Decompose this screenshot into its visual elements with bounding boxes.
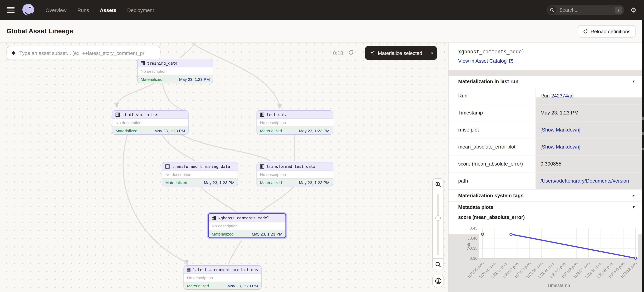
x-axis-label: Timestamp bbox=[547, 283, 570, 288]
download-icon bbox=[435, 277, 441, 284]
asset-node-training-data[interactable]: training_data No description Materialize… bbox=[137, 59, 213, 83]
asset-subset-filter[interactable] bbox=[6, 46, 160, 60]
search-input[interactable] bbox=[560, 7, 606, 13]
asset-timestamp[interactable]: May 23, 1:23 PM bbox=[299, 128, 330, 133]
page-header: Global Asset Lineage Reload definitions bbox=[0, 20, 644, 43]
show-markdown-link[interactable]: [Show Markdown] bbox=[540, 144, 580, 150]
asset-details-panel: xgboost_comments_model View in Asset Cat… bbox=[448, 43, 642, 292]
table-icon bbox=[260, 164, 264, 168]
asset-name: transformed_training_data bbox=[172, 164, 230, 168]
asset-description: No description bbox=[162, 171, 238, 178]
row-label: mean_absolute_error plot bbox=[448, 138, 536, 155]
row-label: Timestamp bbox=[448, 104, 536, 121]
materialize-selected-label: Materialize selected bbox=[378, 50, 422, 56]
asset-timestamp[interactable]: May 23, 1:23 PM bbox=[154, 128, 185, 133]
table-row-run: Run Run242374ad bbox=[448, 87, 642, 104]
dagster-logo-icon[interactable] bbox=[21, 3, 36, 18]
global-search[interactable]: / bbox=[547, 5, 624, 15]
asset-description: No description bbox=[257, 171, 332, 178]
nav-item-runs[interactable]: Runs bbox=[77, 7, 89, 13]
asset-timestamp[interactable]: May 23, 1:23 PM bbox=[227, 283, 258, 288]
asset-timestamp[interactable]: May 23, 1:23 PM bbox=[299, 180, 330, 185]
collapse-caret-icon[interactable]: ▾ bbox=[632, 79, 635, 84]
asset-node-transformed-test-data[interactable]: transformed_test_data No description Mat… bbox=[256, 162, 333, 186]
search-icon bbox=[548, 6, 556, 14]
zoom-out-icon bbox=[435, 261, 441, 267]
zoom-in-icon bbox=[435, 181, 441, 187]
nav-item-deployment[interactable]: Deployment bbox=[127, 7, 154, 13]
reload-definitions-button[interactable]: Reload definitions bbox=[578, 25, 636, 38]
materialize-selected-button[interactable]: Materialize selected ▾ bbox=[365, 46, 437, 60]
asset-description: No description bbox=[112, 119, 188, 126]
asset-name: latest_…_comment_predictions bbox=[193, 267, 258, 272]
asset-timestamp[interactable]: May 23, 1:23 PM bbox=[204, 180, 234, 185]
asset-status: Materialized bbox=[212, 231, 234, 236]
zoom-in-button[interactable] bbox=[433, 179, 444, 190]
asset-name: training_data bbox=[147, 61, 178, 65]
table-row-score: score (mean_absolute_error) 0.300855 bbox=[448, 155, 642, 172]
row-label: Run bbox=[448, 87, 536, 104]
section-materialization-last-run[interactable]: Materialization in last run ▾ bbox=[448, 76, 642, 87]
asset-timestamp[interactable]: May 23, 1:23 PM bbox=[252, 231, 282, 236]
top-nav: Overview Runs Assets Deployment / ⚙ bbox=[0, 0, 644, 20]
asset-description: No description bbox=[257, 119, 332, 126]
nav-links: Overview Runs Assets Deployment bbox=[46, 7, 154, 13]
show-markdown-link[interactable]: [Show Markdown] bbox=[540, 127, 580, 133]
run-id-link[interactable]: 242374ad bbox=[551, 93, 574, 99]
external-link-icon bbox=[508, 59, 513, 63]
section-materialization-system-tags[interactable]: Materialization system tags ▸ bbox=[448, 189, 642, 201]
zoom-slider-track[interactable] bbox=[437, 194, 439, 255]
section-label: Materialization in last run bbox=[458, 79, 518, 84]
expand-caret-icon[interactable]: ▸ bbox=[632, 193, 635, 198]
data-point bbox=[634, 257, 637, 259]
zoom-out-button[interactable] bbox=[433, 258, 444, 270]
table-row-rmse-plot: rmse plot [Show Markdown] bbox=[448, 121, 642, 138]
metadata-table: Run Run242374ad Timestamp May 23, 1:23 P… bbox=[448, 87, 642, 189]
score-line-chart: 1:20:36 p.m.1:20:48 p.m.1:21:00 p.m.1:21… bbox=[448, 213, 642, 292]
sparkle-icon bbox=[370, 50, 375, 56]
asset-timestamp[interactable]: May 23, 1:23 PM bbox=[179, 77, 210, 81]
asset-status: Materialized bbox=[140, 77, 162, 81]
table-icon bbox=[212, 216, 216, 220]
row-label: path bbox=[448, 172, 536, 189]
asset-description: No description bbox=[184, 274, 261, 281]
table-row-mae-plot: mean_absolute_error plot [Show Markdown] bbox=[448, 138, 642, 155]
view-in-asset-catalog-label: View in Asset Catalog bbox=[458, 58, 507, 64]
table-row-timestamp: Timestamp May 23, 1:23 PM bbox=[448, 104, 642, 121]
asset-node-xgboost-comments-model[interactable]: xgboost_comments_model No description Ma… bbox=[208, 213, 286, 238]
download-graph-button[interactable] bbox=[432, 274, 444, 287]
table-row-path: path /Users/odetteharary/Documents/versi… bbox=[448, 172, 642, 189]
refresh-countdown-icon[interactable] bbox=[348, 50, 354, 55]
section-label: Metadata plots bbox=[458, 204, 493, 210]
y-axis-label: Value bbox=[466, 239, 471, 250]
asset-node-test-data[interactable]: test_data No description MaterializedMay… bbox=[256, 110, 333, 135]
menu-icon[interactable] bbox=[7, 7, 15, 13]
zoom-slider-handle[interactable] bbox=[436, 215, 441, 221]
section-label: Materialization system tags bbox=[458, 192, 524, 198]
asset-lineage-canvas[interactable]: 0:18 Materialize selected ▾ training_dat… bbox=[0, 43, 448, 292]
nav-item-overview[interactable]: Overview bbox=[46, 7, 66, 13]
gear-icon[interactable]: ⚙ bbox=[630, 7, 636, 13]
y-tick-label: 0.45 bbox=[470, 226, 478, 230]
refresh-icon bbox=[583, 29, 588, 34]
loading-shimmer-band bbox=[448, 70, 642, 76]
asset-node-transformed-training-data[interactable]: transformed_training_data No description… bbox=[162, 162, 238, 186]
score-value: 0.300855 bbox=[536, 155, 642, 172]
asset-name: test_data bbox=[266, 112, 288, 117]
table-icon bbox=[165, 164, 170, 168]
reload-definitions-label: Reload definitions bbox=[590, 29, 630, 34]
row-label: rmse plot bbox=[448, 121, 536, 138]
asset-subset-input[interactable] bbox=[19, 50, 160, 56]
asset-node-tfidf-vectorizer[interactable]: tfidf_vectorizer No description Material… bbox=[112, 110, 188, 135]
asset-node-latest-comment-predictions[interactable]: latest_…_comment_predictions No descript… bbox=[184, 265, 262, 290]
view-in-asset-catalog-link[interactable]: View in Asset Catalog bbox=[458, 58, 513, 64]
section-metadata-plots[interactable]: Metadata plots ▾ bbox=[448, 201, 642, 213]
collapse-caret-icon[interactable]: ▾ bbox=[632, 205, 635, 210]
dagster-app: Overview Runs Assets Deployment / ⚙ Glob… bbox=[0, 0, 644, 292]
asset-status: Materialized bbox=[187, 283, 209, 288]
zoom-controls bbox=[432, 178, 444, 270]
materialize-dropdown-caret[interactable]: ▾ bbox=[427, 51, 437, 55]
nav-item-assets[interactable]: Assets bbox=[100, 7, 116, 13]
asset-description: No description bbox=[208, 222, 286, 230]
path-link[interactable]: /Users/odetteharary/Documents/version bbox=[540, 178, 629, 184]
